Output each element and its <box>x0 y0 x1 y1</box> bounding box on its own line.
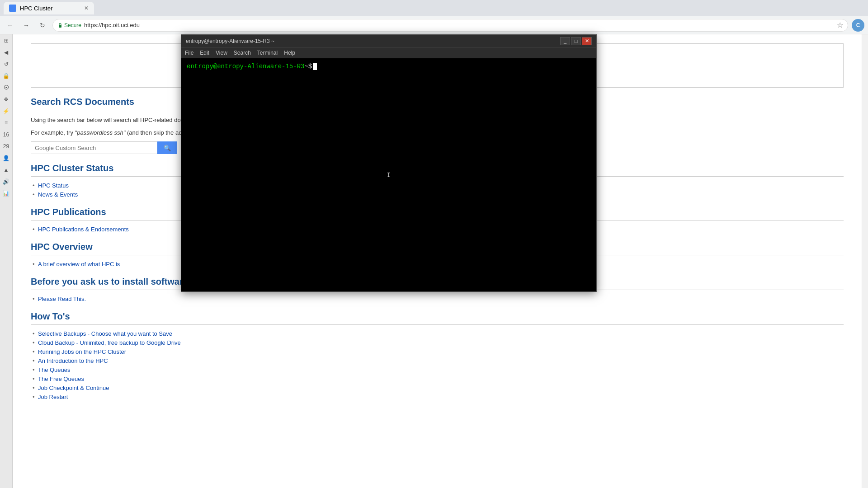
terminal-cursor <box>313 63 317 70</box>
volume-icon[interactable]: 🔊 <box>2 177 11 186</box>
terminal-menubar: File Edit View Search Terminal Help <box>181 47 596 58</box>
time2-icon: 29 <box>2 142 11 151</box>
chart-icon: 📊 <box>2 189 11 198</box>
how-tos-links: Selective Backups - Choose what you want… <box>31 330 844 400</box>
how-tos-title: How To's <box>31 311 844 325</box>
list-item: Please Read This. <box>31 296 844 302</box>
page-wrapper: ⊞ ◀ ↺ 🔒 ⦿ ❖ ⚡ ≡ 16 29 👤 ▲ 🔊 📊 Francisco … <box>0 34 868 488</box>
job-checkpoint-link[interactable]: Job Checkpoint & Continue <box>38 385 109 391</box>
before-install-links: Please Read This. <box>31 296 844 302</box>
list-icon[interactable]: ≡ <box>2 118 11 127</box>
news-events-link[interactable]: News & Events <box>38 191 78 198</box>
terminal-separator: ~ <box>304 63 308 70</box>
forward-button[interactable]: → <box>20 19 33 32</box>
the-queues-link[interactable]: The Queues <box>38 366 71 373</box>
hpc-publications-link[interactable]: HPC Publications & Endorsements <box>38 226 129 233</box>
search-input[interactable] <box>31 141 157 154</box>
hpc-overview-link[interactable]: A brief overview of what HPC is <box>38 261 120 267</box>
sidebar-icons: ⊞ ◀ ↺ 🔒 ⦿ ❖ ⚡ ≡ 16 29 👤 ▲ 🔊 📊 <box>0 34 13 488</box>
terminal-prompt: entropy@entropy-Alienware-15-R3 ~ $ <box>187 63 591 70</box>
user-icon[interactable]: 👤 <box>2 154 11 163</box>
refresh-icon[interactable]: ↺ <box>2 60 11 69</box>
terminal-menu-terminal[interactable]: Terminal <box>257 50 278 56</box>
bookmark-button[interactable]: ☆ <box>837 21 843 29</box>
terminal-body[interactable]: entropy@entropy-Alienware-15-R3 ~ $ I <box>181 58 596 291</box>
selective-backups-link[interactable]: Selective Backups - Choose what you want… <box>38 330 172 337</box>
running-jobs-link[interactable]: Running Jobs on the HPC Cluster <box>38 348 126 355</box>
terminal-menu-view[interactable]: View <box>216 50 227 56</box>
address-bar[interactable]: Secure https://hpc.oit.uci.edu ☆ <box>52 19 848 32</box>
back-icon[interactable]: ◀ <box>2 48 11 57</box>
job-restart-link[interactable]: Job Restart <box>38 394 68 400</box>
terminal-window[interactable]: entropy@entropy-Alienware-15-R3 ~ _ □ ✕ … <box>181 34 597 292</box>
terminal-titlebar: entropy@entropy-Alienware-15-R3 ~ _ □ ✕ <box>181 35 596 47</box>
extension2-icon[interactable]: ❖ <box>2 95 11 104</box>
terminal-menu-help[interactable]: Help <box>284 50 295 56</box>
tab-title: HPC Cluster <box>20 5 52 12</box>
terminal-title: entropy@entropy-Alienware-15-R3 ~ <box>186 38 274 44</box>
list-item: Running Jobs on the HPC Cluster <box>31 348 844 355</box>
intro-hpc-link[interactable]: An Introduction to the HPC <box>38 357 108 364</box>
terminal-menu-file[interactable]: File <box>185 50 193 56</box>
navigation-bar: ← → ↻ Secure https://hpc.oit.uci.edu ☆ C <box>0 16 868 34</box>
svg-rect-0 <box>59 25 61 28</box>
url-text: https://hpc.oit.uci.edu <box>84 22 140 28</box>
terminal-close-button[interactable]: ✕ <box>582 37 592 45</box>
cursor-blink-indicator: I <box>387 171 391 178</box>
free-queues-link[interactable]: The Free Queues <box>38 375 84 382</box>
list-item: An Introduction to the HPC <box>31 357 844 364</box>
reload-button[interactable]: ↻ <box>36 19 49 32</box>
bluetooth-icon[interactable]: ⚡ <box>2 107 11 116</box>
hpc-status-link[interactable]: HPC Status <box>38 182 69 189</box>
list-item: Cloud Backup - Unlimited, free backup to… <box>31 339 844 346</box>
extension1-icon[interactable]: ⦿ <box>2 83 11 92</box>
scrollbar[interactable] <box>862 34 868 488</box>
list-item: The Queues <box>31 366 844 373</box>
please-read-link[interactable]: Please Read This. <box>38 296 86 302</box>
terminal-menu-search[interactable]: Search <box>234 50 251 56</box>
list-item: Job Checkpoint & Continue <box>31 385 844 391</box>
apps-icon[interactable]: ⊞ <box>2 36 11 45</box>
list-item: The Free Queues <box>31 375 844 382</box>
wifi-icon[interactable]: ▲ <box>2 165 11 174</box>
browser-chrome: HPC Cluster ✕ ← → ↻ Secure https://hpc.o… <box>0 0 868 34</box>
terminal-controls: _ □ ✕ <box>560 37 592 45</box>
shield-icon: 🔒 <box>2 71 11 80</box>
terminal-maximize-button[interactable]: □ <box>571 37 581 45</box>
profile-button[interactable]: C <box>852 19 864 32</box>
tab-bar: HPC Cluster ✕ <box>0 0 868 16</box>
search-button[interactable]: 🔍 <box>157 141 177 154</box>
time-icon: 16 <box>2 130 11 139</box>
back-button[interactable]: ← <box>4 19 16 32</box>
tab-close-button[interactable]: ✕ <box>84 5 89 11</box>
terminal-minimize-button[interactable]: _ <box>560 37 570 45</box>
terminal-user-host: entropy@entropy-Alienware-15-R3 <box>187 63 304 70</box>
tab-favicon <box>9 5 16 12</box>
secure-badge: Secure <box>57 22 81 28</box>
list-item: Selective Backups - Choose what you want… <box>31 330 844 337</box>
terminal-dollar: $ <box>308 63 312 70</box>
terminal-menu-edit[interactable]: Edit <box>200 50 209 56</box>
active-tab[interactable]: HPC Cluster ✕ <box>4 2 94 14</box>
list-item: Job Restart <box>31 394 844 400</box>
cloud-backup-link[interactable]: Cloud Backup - Unlimited, free backup to… <box>38 339 181 346</box>
